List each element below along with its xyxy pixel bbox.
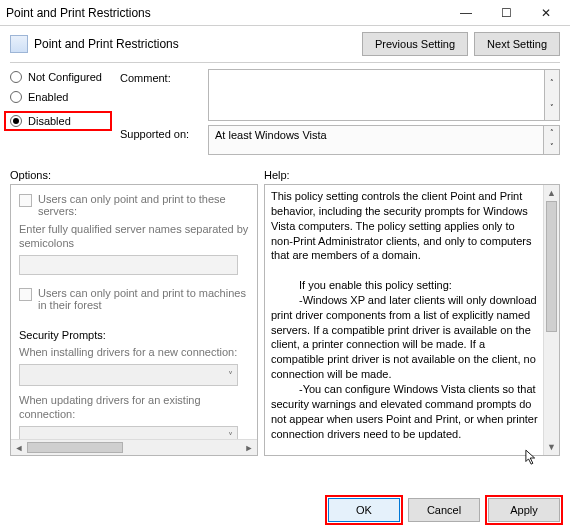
servers-hint: Enter fully qualified server names separ…: [19, 223, 249, 251]
header-row: Point and Print Restrictions Previous Se…: [10, 32, 560, 56]
radio-icon: [10, 71, 22, 83]
checkbox-label: Users can only point and print to these …: [38, 193, 249, 217]
policy-icon: [10, 35, 28, 53]
checkbox-label: Users can only point and print to machin…: [38, 287, 249, 311]
radio-label: Disabled: [28, 115, 71, 127]
previous-setting-button[interactable]: Previous Setting: [362, 32, 468, 56]
scroll-down-icon[interactable]: ▼: [544, 439, 559, 455]
checkbox-icon: [19, 194, 32, 207]
title-bar: Point and Print Restrictions — ☐ ✕: [0, 0, 570, 26]
policy-title: Point and Print Restrictions: [34, 37, 356, 51]
help-paragraph: If you enable this policy setting:: [271, 278, 539, 293]
install-drivers-combo[interactable]: [19, 364, 238, 386]
radio-icon: [10, 91, 22, 103]
comment-scroll[interactable]: ˄ ˅: [545, 69, 560, 121]
chevron-up-icon[interactable]: ˄: [545, 70, 559, 95]
help-paragraph: -Windows XP and later clients will only …: [271, 293, 539, 382]
help-panel: This policy setting controls the client …: [264, 184, 560, 456]
options-horizontal-scrollbar[interactable]: ◄ ►: [11, 439, 257, 455]
comment-textarea[interactable]: [208, 69, 545, 121]
divider: [10, 62, 560, 63]
servers-input[interactable]: [19, 255, 238, 275]
checkbox-icon: [19, 288, 32, 301]
options-panel: Users can only point and print to these …: [10, 184, 258, 456]
dialog-buttons: OK Cancel Apply: [328, 498, 560, 522]
scroll-right-icon[interactable]: ►: [241, 440, 257, 455]
help-paragraph: -You can configure Windows Vista clients…: [271, 382, 539, 441]
apply-button[interactable]: Apply: [488, 498, 560, 522]
chevron-down-icon[interactable]: ˅: [545, 95, 559, 120]
radio-enabled[interactable]: Enabled: [10, 91, 112, 103]
radio-icon: [10, 115, 22, 127]
radio-disabled[interactable]: Disabled: [4, 111, 112, 131]
help-paragraph: This policy setting controls the client …: [271, 189, 539, 263]
radio-label: Not Configured: [28, 71, 102, 83]
radio-not-configured[interactable]: Not Configured: [10, 71, 112, 83]
security-prompts-heading: Security Prompts:: [19, 329, 249, 343]
comment-label: Comment:: [120, 69, 198, 121]
supported-on-value: At least Windows Vista: [208, 125, 544, 155]
scroll-thumb[interactable]: [27, 442, 123, 453]
help-label: Help:: [264, 169, 560, 181]
supported-scroll[interactable]: ˄ ˅: [544, 125, 560, 155]
window-title: Point and Print Restrictions: [6, 6, 446, 20]
update-drivers-label: When updating drivers for an existing co…: [19, 394, 249, 422]
supported-on-label: Supported on:: [120, 125, 198, 155]
maximize-button[interactable]: ☐: [486, 2, 526, 24]
radio-label: Enabled: [28, 91, 68, 103]
checkbox-servers-only[interactable]: Users can only point and print to these …: [19, 193, 249, 217]
next-setting-button[interactable]: Next Setting: [474, 32, 560, 56]
scroll-up-icon[interactable]: ▲: [544, 185, 559, 201]
state-radio-group: Not Configured Enabled Disabled: [10, 69, 112, 159]
cancel-button[interactable]: Cancel: [408, 498, 480, 522]
options-label: Options:: [10, 169, 258, 181]
ok-button[interactable]: OK: [328, 498, 400, 522]
scroll-thumb[interactable]: [546, 201, 557, 332]
help-vertical-scrollbar[interactable]: ▲ ▼: [543, 185, 559, 455]
chevron-down-icon[interactable]: ˅: [544, 140, 559, 154]
install-drivers-label: When installing drivers for a new connec…: [19, 346, 249, 360]
close-button[interactable]: ✕: [526, 2, 566, 24]
checkbox-forest-only[interactable]: Users can only point and print to machin…: [19, 287, 249, 311]
scroll-left-icon[interactable]: ◄: [11, 440, 27, 455]
minimize-button[interactable]: —: [446, 2, 486, 24]
chevron-up-icon[interactable]: ˄: [544, 126, 559, 140]
